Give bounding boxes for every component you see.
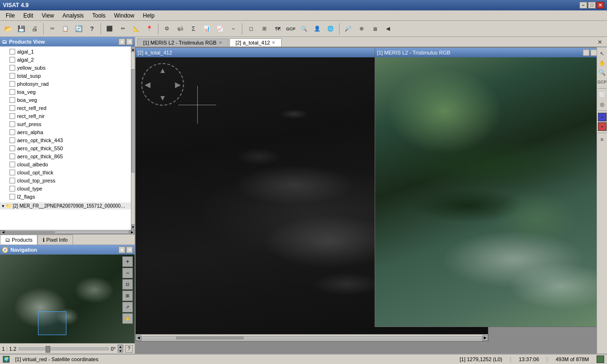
tree-item-total-susp[interactable]: total_susp bbox=[0, 72, 131, 80]
tree-group-file[interactable]: ▾ 📁 [2] MER_FR__2PNEPA20070908_155712_00… bbox=[0, 202, 131, 209]
tb-refresh[interactable]: 🔄 bbox=[73, 23, 85, 35]
tree-item-aero-865[interactable]: aero_opt_thick_865 bbox=[0, 152, 131, 160]
tb-zoom-out[interactable]: ⊕ bbox=[355, 23, 368, 35]
tree-item-cloud-top[interactable]: cloud_top_press bbox=[0, 176, 131, 184]
nav-cursor-hand-btn[interactable]: ✋ bbox=[122, 313, 133, 324]
tb-gcp[interactable]: GCP bbox=[285, 23, 297, 35]
tab-atotal-close[interactable]: ✕ bbox=[272, 40, 276, 45]
tree-item-toa-veg[interactable]: toa_veg bbox=[0, 88, 131, 96]
minimize-button[interactable]: − bbox=[579, 2, 587, 9]
maximize-button[interactable]: □ bbox=[588, 2, 596, 9]
tree-item-yellow[interactable]: yellow_subs bbox=[0, 64, 131, 72]
tb-coords[interactable]: φ,λ bbox=[174, 23, 186, 35]
checkbox-rect-nir[interactable] bbox=[9, 113, 15, 119]
tb-draw[interactable]: ✏ bbox=[117, 23, 129, 35]
menu-window[interactable]: Window bbox=[110, 11, 138, 20]
tb-measure[interactable]: 📐 bbox=[130, 23, 142, 35]
nav-close-btn[interactable]: ✕ bbox=[126, 246, 133, 253]
checkbox-cloud-albedo[interactable] bbox=[9, 162, 15, 167]
tree-item-rect-nir[interactable]: rect_refl_nir bbox=[0, 112, 131, 120]
menu-file[interactable]: File bbox=[2, 11, 18, 20]
tab-products[interactable]: 🗂 Products bbox=[0, 235, 37, 245]
tree-item-l2flags[interactable]: l2_flags bbox=[0, 192, 131, 200]
rt-zoom-out[interactable]: GCP bbox=[598, 78, 607, 86]
checkbox-rect-red[interactable] bbox=[9, 105, 15, 111]
rt-color2[interactable]: ▪ bbox=[598, 122, 607, 131]
checkbox-aero-alpha[interactable] bbox=[9, 129, 15, 135]
rt-layers[interactable]: ≡ bbox=[598, 135, 607, 144]
tree-item-cloud-opt[interactable]: cloud_opt_thick bbox=[0, 168, 131, 176]
tree-item-aero-alpha[interactable]: aero_alpha bbox=[0, 128, 131, 136]
tree-item-photosyn[interactable]: photosyn_rad bbox=[0, 80, 131, 88]
nav-image-area[interactable]: + − ⊡ ⊞ ↗ ✋ bbox=[0, 255, 135, 343]
tb-square[interactable]: ◻ bbox=[245, 23, 257, 35]
rt-hand[interactable]: ✋ bbox=[598, 59, 607, 67]
tree-item-algal2[interactable]: algal_2 bbox=[0, 55, 131, 64]
nav-float-btn[interactable]: ▾ bbox=[119, 246, 125, 253]
tb-select[interactable]: ⬛ bbox=[103, 23, 116, 35]
checkbox-cloud-type[interactable] bbox=[9, 186, 15, 191]
nav-zoom-fit-btn[interactable]: ⊡ bbox=[122, 279, 133, 290]
rt-zoom-in[interactable]: 🔍 bbox=[598, 68, 607, 77]
tb-back[interactable]: ◀ bbox=[382, 23, 394, 35]
tb-help[interactable]: ? bbox=[86, 23, 98, 35]
tb-settings[interactable]: ⚙ bbox=[161, 23, 173, 35]
win-meris-min[interactable]: − bbox=[583, 49, 589, 56]
tb-print[interactable]: 🖨 bbox=[28, 23, 41, 35]
zoom-slider[interactable] bbox=[18, 347, 109, 350]
tb-cut[interactable]: ✂ bbox=[46, 23, 58, 35]
tab-atotal[interactable]: [2] a_total_412 ✕ bbox=[230, 38, 282, 46]
checkbox-cloud-top[interactable] bbox=[9, 178, 15, 183]
rt-color1[interactable]: ▪ bbox=[598, 113, 607, 121]
tb-user[interactable]: 👤 bbox=[311, 23, 323, 35]
angle-down[interactable]: ▼ bbox=[118, 349, 123, 353]
tb-sigma[interactable]: Σ bbox=[187, 23, 200, 35]
tree-item-cloud-albedo[interactable]: cloud_albedo bbox=[0, 160, 131, 168]
tab-pixel-info[interactable]: ℹ Pixel Info bbox=[37, 235, 73, 245]
tb-display[interactable]: 🖥 bbox=[368, 23, 381, 35]
angle-up[interactable]: ▲ bbox=[118, 345, 123, 348]
tree-item-algal1[interactable]: algal_1 bbox=[0, 47, 131, 55]
tab-meris[interactable]: [1] MERIS L2 - Tristimulus RGB ✕ bbox=[137, 38, 229, 46]
hscroll-track[interactable] bbox=[6, 231, 129, 234]
scroll-up-btn[interactable]: ▲ bbox=[131, 46, 135, 52]
menu-edit[interactable]: Edit bbox=[19, 11, 37, 20]
nav-zoom-in-btn[interactable]: + bbox=[122, 256, 133, 267]
tb-search[interactable]: 🔍 bbox=[298, 23, 310, 35]
hscroll-right[interactable]: ▶ bbox=[129, 230, 135, 234]
tb-chart1[interactable]: 📊 bbox=[201, 23, 213, 35]
tree-item-cloud-type[interactable]: cloud_type bbox=[0, 184, 131, 192]
close-button[interactable]: ✕ bbox=[597, 2, 604, 9]
tab-meris-close[interactable]: ✕ bbox=[219, 40, 222, 45]
checkbox-aero-865[interactable] bbox=[9, 154, 15, 159]
tb-pin[interactable]: 📍 bbox=[143, 23, 156, 35]
rt-pointer[interactable]: ↖ bbox=[598, 49, 607, 58]
help-btn[interactable]: ? bbox=[125, 345, 133, 353]
products-view-close-btn[interactable]: ✕ bbox=[126, 38, 133, 45]
checkbox-surf-press[interactable] bbox=[9, 121, 15, 127]
tb-chart2[interactable]: 📈 bbox=[214, 23, 226, 35]
tb-map[interactable]: 🗺 bbox=[271, 23, 284, 35]
rt-magic[interactable]: ◎ bbox=[598, 100, 607, 109]
hscroll-track2[interactable] bbox=[141, 336, 482, 340]
menu-analysis[interactable]: Analysis bbox=[59, 11, 88, 20]
menu-help[interactable]: Help bbox=[139, 11, 158, 20]
tree-item-boa-veg[interactable]: boa_veg bbox=[0, 96, 131, 104]
hscroll-left[interactable]: ◀ bbox=[0, 230, 6, 234]
rt-select[interactable]: ⬜ bbox=[598, 91, 607, 99]
tb-grid[interactable]: ⊞ bbox=[258, 23, 270, 35]
tb-paste[interactable]: 📋 bbox=[59, 23, 72, 35]
checkbox-toa-veg[interactable] bbox=[9, 89, 15, 95]
menu-tools[interactable]: Tools bbox=[89, 11, 110, 20]
checkbox-l2flags[interactable] bbox=[9, 194, 15, 200]
hscroll-right2[interactable]: ▶ bbox=[482, 335, 488, 341]
tree-scrollbar[interactable]: ▲ ▼ bbox=[131, 46, 135, 230]
checkbox-cloud-opt[interactable] bbox=[9, 170, 15, 175]
tb-globe[interactable]: 🌐 bbox=[324, 23, 337, 35]
products-view-float-btn[interactable]: ▾ bbox=[119, 38, 125, 45]
tree-item-surf-press[interactable]: surf_press bbox=[0, 120, 131, 128]
checkbox-algal2[interactable] bbox=[9, 57, 15, 63]
win-meris-max[interactable]: □ bbox=[590, 49, 597, 56]
hscroll-left2[interactable]: ◀ bbox=[136, 335, 141, 341]
checkbox-aero-443[interactable] bbox=[9, 137, 15, 143]
